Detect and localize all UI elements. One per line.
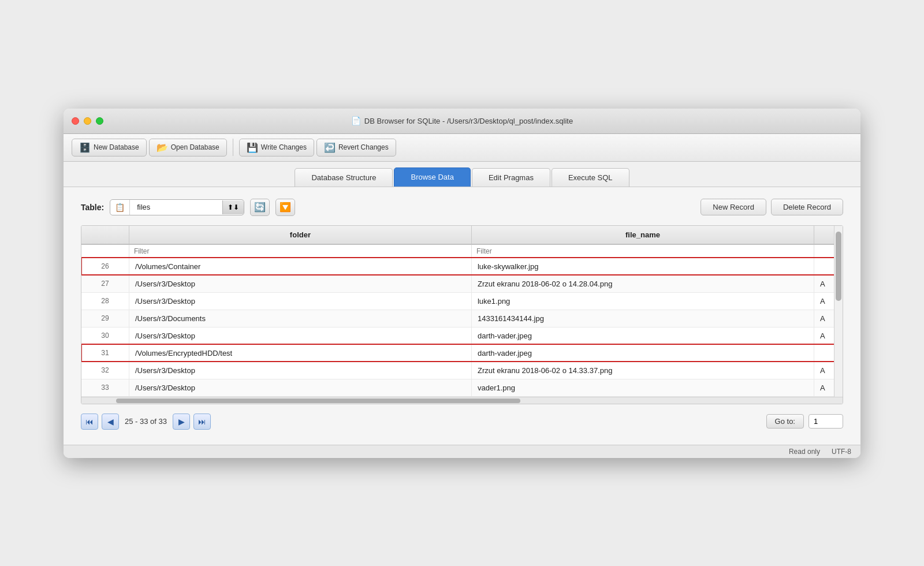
table-selector: Table: 📋 files ⬆⬇ 🔄 🔽 [81, 199, 295, 216]
first-page-button[interactable]: ⏮ [81, 414, 98, 430]
cell-rownum: 32 [81, 362, 129, 379]
horizontal-scrollbar[interactable] [81, 397, 843, 404]
cell-folder: /Volumes/Container [129, 258, 471, 275]
table-row[interactable]: 31/Volumes/EncryptedHDD/testdarth-vader.… [81, 344, 843, 362]
vscroll-thumb [836, 232, 841, 301]
new-database-button[interactable]: 🗄️ New Database [72, 139, 147, 157]
filter-rownum [81, 244, 129, 258]
cell-rownum: 28 [81, 292, 129, 310]
first-page-icon: ⏮ [85, 417, 94, 426]
encoding-status: UTF-8 [832, 448, 851, 456]
delete-record-button[interactable]: Delete Record [771, 199, 843, 215]
filter-filename-cell [471, 244, 814, 258]
table-row[interactable]: 32/Users/r3/DesktopZrzut ekranu 2018-06-… [81, 362, 843, 379]
titlebar: 📄 DB Browser for SQLite - /Users/r3/Desk… [64, 109, 860, 134]
cell-rownum: 26 [81, 258, 129, 275]
cell-folder: /Users/r3/Desktop [129, 292, 471, 310]
cell-folder: /Users/r3/Desktop [129, 327, 471, 344]
main-content: Table: 📋 files ⬆⬇ 🔄 🔽 New Record Delete … [64, 187, 860, 445]
revert-changes-button[interactable]: ↩️ Revert Changes [316, 139, 396, 157]
filter-folder-cell [129, 244, 471, 258]
new-database-icon: 🗄️ [79, 142, 91, 153]
minimize-button[interactable] [84, 117, 91, 125]
table-row[interactable]: 30/Users/r3/Desktopdarth-vader.jpegA [81, 327, 843, 344]
goto-input[interactable] [808, 414, 843, 429]
table-scroll-area[interactable]: folder file_name [81, 226, 843, 397]
tab-execute-sql[interactable]: Execute SQL [552, 168, 629, 187]
next-page-icon: ▶ [178, 417, 185, 426]
cell-filename: darth-vader.jpeg [471, 327, 814, 344]
tab-database-structure[interactable]: Database Structure [295, 168, 393, 187]
cell-rownum: 30 [81, 327, 129, 344]
cell-folder: /Volumes/EncryptedHDD/test [129, 344, 471, 362]
prev-page-button[interactable]: ◀ [102, 414, 119, 430]
open-database-button[interactable]: 📂 Open Database [149, 139, 227, 157]
cell-filename: Zrzut ekranu 2018-06-02 o 14.33.37.png [471, 362, 814, 379]
open-database-label: Open Database [171, 143, 219, 151]
tab-browse-data[interactable]: Browse Data [394, 167, 470, 187]
filter-filename-input[interactable] [472, 245, 814, 258]
filter-button[interactable]: 🔽 [275, 199, 295, 216]
cell-filename: darth-vader.jpeg [471, 344, 814, 362]
cell-filename: luke1.png [471, 292, 814, 310]
revert-changes-icon: ↩️ [324, 142, 336, 153]
hscroll-thumb [116, 399, 520, 403]
table-row[interactable]: 29/Users/r3/Documents1433161434144.jpgA [81, 310, 843, 327]
cell-rownum: 29 [81, 310, 129, 327]
col-header-folder[interactable]: folder [129, 226, 471, 244]
traffic-lights [72, 117, 103, 125]
write-changes-icon: 💾 [247, 142, 258, 153]
table-row[interactable]: 26/Volumes/Containerluke-skywalker.jpg [81, 258, 843, 275]
toolbar-divider [233, 139, 233, 156]
open-database-icon: 📂 [157, 142, 168, 153]
table-select-wrapper: 📋 files ⬆⬇ [110, 199, 244, 215]
data-table: folder file_name [81, 226, 843, 397]
new-database-label: New Database [94, 143, 139, 151]
refresh-button[interactable]: 🔄 [250, 199, 270, 216]
maximize-button[interactable] [96, 117, 103, 125]
cell-rownum: 33 [81, 379, 129, 396]
cell-folder: /Users/r3/Desktop [129, 275, 471, 292]
cell-rownum: 31 [81, 344, 129, 362]
cell-filename: luke-skywalker.jpg [471, 258, 814, 275]
cell-filename: vader1.png [471, 379, 814, 396]
prev-page-icon: ◀ [107, 417, 114, 426]
page-range: 25 - 33 of 33 [125, 417, 167, 426]
vertical-scrollbar[interactable] [834, 226, 843, 397]
table-label: Table: [81, 203, 104, 212]
tabbar: Database Structure Browse Data Edit Prag… [64, 162, 860, 187]
next-page-button[interactable]: ▶ [173, 414, 190, 430]
last-page-icon: ⏭ [198, 417, 206, 426]
table-action-buttons: New Record Delete Record [701, 199, 843, 215]
statusbar: Read only UTF-8 [64, 445, 860, 458]
last-page-button[interactable]: ⏭ [193, 414, 211, 430]
data-table-wrapper: folder file_name [81, 225, 843, 404]
cell-filename: Zrzut ekranu 2018-06-02 o 14.28.04.png [471, 275, 814, 292]
cell-rownum: 27 [81, 275, 129, 292]
write-changes-button[interactable]: 💾 Write Changes [239, 139, 314, 157]
filter-folder-input[interactable] [129, 245, 471, 258]
table-dropdown-arrow[interactable]: ⬆⬇ [222, 200, 244, 214]
cell-folder: /Users/r3/Documents [129, 310, 471, 327]
new-record-button[interactable]: New Record [701, 199, 766, 215]
read-only-status: Read only [789, 448, 820, 456]
cell-filename: 1433161434144.jpg [471, 310, 814, 327]
table-row[interactable]: 33/Users/r3/Desktopvader1.pngA [81, 379, 843, 396]
cell-folder: /Users/r3/Desktop [129, 362, 471, 379]
main-window: 📄 DB Browser for SQLite - /Users/r3/Desk… [64, 109, 860, 458]
toolbar: 🗄️ New Database 📂 Open Database 💾 Write … [64, 134, 860, 162]
goto-button[interactable]: Go to: [766, 414, 804, 429]
tab-edit-pragmas[interactable]: Edit Pragmas [472, 168, 550, 187]
document-icon: 📄 [351, 116, 361, 125]
table-row[interactable]: 28/Users/r3/Desktopluke1.pngA [81, 292, 843, 310]
write-changes-label: Write Changes [261, 143, 307, 151]
table-controls: Table: 📋 files ⬆⬇ 🔄 🔽 New Record Delete … [81, 199, 843, 216]
col-header-filename[interactable]: file_name [471, 226, 814, 244]
table-name: files [130, 200, 222, 214]
table-icon: 📋 [110, 200, 130, 215]
goto-section: Go to: [766, 414, 843, 429]
close-button[interactable] [72, 117, 79, 125]
table-row[interactable]: 27/Users/r3/DesktopZrzut ekranu 2018-06-… [81, 275, 843, 292]
window-title: 📄 DB Browser for SQLite - /Users/r3/Desk… [351, 116, 573, 125]
cell-folder: /Users/r3/Desktop [129, 379, 471, 396]
